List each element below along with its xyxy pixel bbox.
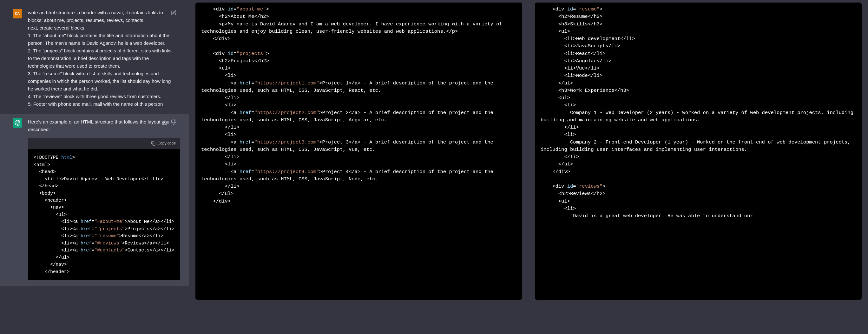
clipboard-icon <box>151 141 155 146</box>
copy-code-label: Copy code <box>157 140 176 146</box>
code-right-content: <div id="resume"> <h2>Resume</h2> <h3>Sk… <box>535 3 862 225</box>
user-row-actions <box>171 10 176 16</box>
chat-panel: DA write an html structure. a header wit… <box>0 0 189 334</box>
user-message-row: DA write an html structure. a header wit… <box>0 4 189 114</box>
code-block-middle: <div id="about-me"> <h2>About Me</h2> <p… <box>195 3 522 300</box>
ai-avatar <box>13 118 22 128</box>
code-left-content: <!DOCTYPE html> <html> <head> <title>Dav… <box>28 149 180 280</box>
user-message-text: write an html structure. a header with a… <box>28 9 176 108</box>
thumbs-up-icon[interactable] <box>162 119 167 125</box>
code-mid-content: <div id="about-me"> <h2>About Me</h2> <p… <box>195 3 522 211</box>
ai-message-row: Here's an example of an HTML structure t… <box>0 114 189 286</box>
code-panel-middle: <div id="about-me"> <h2>About Me</h2> <p… <box>189 0 529 334</box>
code-block-right: <div id="resume"> <h2>Resume</h2> <h3>Sk… <box>535 3 862 300</box>
ai-row-actions <box>162 119 176 125</box>
svg-rect-0 <box>153 143 155 145</box>
user-avatar: DA <box>13 9 22 19</box>
code-block: Copy code <!DOCTYPE html> <html> <head> … <box>28 138 180 280</box>
ai-message-text: Here's an example of an HTML structure t… <box>28 118 180 133</box>
code-block-header: Copy code <box>28 138 180 149</box>
thumbs-down-icon[interactable] <box>171 119 176 125</box>
copy-code-button[interactable]: Copy code <box>151 140 176 146</box>
edit-icon[interactable] <box>171 10 176 16</box>
code-panel-right: <div id="resume"> <h2>Resume</h2> <h3>Sk… <box>529 0 868 334</box>
